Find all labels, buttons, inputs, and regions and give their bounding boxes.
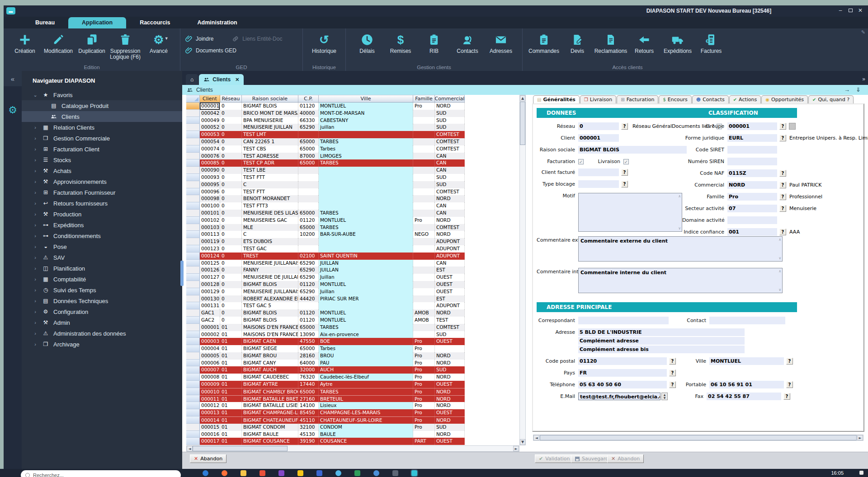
detail-tab-qui-quand-[interactable]: ✔Qui, quand ? — [808, 95, 854, 103]
table-row[interactable]: 0000980BENOIT MORANDETNORD — [186, 195, 465, 202]
table-row[interactable]: 0000010BIGMAT BLOIS01120MONTLUELProNORD — [186, 103, 465, 110]
row-header[interactable] — [186, 431, 200, 438]
cell-raison-sociale[interactable]: BIGMAT SIEGE — [242, 345, 298, 352]
chevron-right-icon[interactable]: › — [33, 168, 38, 173]
table-row[interactable]: 0001290MENUISERIE JUILLANAIS65290Juillan… — [186, 288, 465, 295]
lookup-button[interactable]: ? — [621, 181, 628, 187]
cell-raison-sociale[interactable]: MENUISERIE DE JUILLAN — [242, 274, 298, 281]
cell-commercial[interactable]: COMTEST — [435, 224, 465, 231]
row-header[interactable] — [186, 402, 200, 409]
cell-raison-sociale[interactable]: BENOIT MORANDET — [242, 195, 298, 202]
cell-raison-sociale[interactable]: TEST GAC — [242, 245, 298, 253]
cell-c-p-[interactable]: 44420 — [298, 295, 319, 303]
cell-famille[interactable] — [413, 202, 435, 210]
cell-c-p-[interactable]: 66330 — [298, 117, 319, 124]
cell-famille[interactable]: Pro — [413, 402, 435, 409]
cell-commercial[interactable]: SUD — [435, 117, 465, 124]
cell-raison-sociale[interactable]: BIGMAT CAUDEBEC — [242, 374, 298, 381]
cell-raison-sociale[interactable]: MAISONS D'EN FRANCE — [242, 324, 298, 331]
cell-ville[interactable]: TARBES — [319, 138, 413, 145]
cell-ville[interactable] — [319, 238, 413, 245]
table-row[interactable]: 00000401BIGMAT SIEGE65000TarbesPro — [186, 345, 465, 352]
firefox-icon[interactable] — [222, 470, 227, 476]
table-row[interactable]: 0000490BPA MENUISERIE66330CABESTANYSUD — [186, 117, 465, 124]
cell-famille[interactable] — [413, 195, 435, 202]
cell-raison-sociale[interactable]: BIGMAT CANY — [242, 360, 298, 367]
row-header[interactable] — [186, 381, 200, 388]
cell-raison-sociale[interactable]: MENUISERIE JUILLANAIS — [242, 288, 298, 295]
cell-ville[interactable]: Aytre — [319, 381, 413, 388]
cell-raison-sociale[interactable]: BIGMAT CAEN — [242, 338, 298, 345]
cell-c-p-[interactable]: 10200 — [298, 231, 319, 238]
row-header[interactable] — [186, 231, 200, 238]
row-header[interactable] — [186, 438, 200, 445]
row-header[interactable] — [186, 309, 200, 317]
cell-client[interactable]: 000126 — [200, 267, 220, 274]
cell-famille[interactable] — [413, 238, 435, 245]
cell-raison-sociale[interactable]: BIGMAT BLOIS — [242, 103, 298, 110]
cell-commercial[interactable]: SUD — [435, 181, 465, 188]
cell-ville[interactable]: CABESTANY — [319, 117, 413, 124]
sidebar-item-approvisionnements[interactable]: ›⚒Approvisionnements — [22, 176, 182, 187]
row-header[interactable] — [186, 274, 200, 281]
cell-raison-sociale[interactable]: MENUISERIE JUILLAN — [242, 124, 298, 131]
cell-ville[interactable]: CHATEAUNEUF-SUR-LOIRE — [319, 416, 413, 424]
cell-c-p-[interactable]: 65000 — [298, 145, 319, 153]
table-row[interactable]: GAC10BIGMAT BLOIS01120MONTLUELAMOBNORD — [186, 309, 465, 317]
chevron-right-icon[interactable]: › — [33, 146, 38, 152]
table-row[interactable]: 0001240TREST02100SAINT QUENTINADUPONT — [186, 253, 465, 260]
abandon-button[interactable]: ✕ Abandon — [190, 454, 226, 463]
chevron-down-icon[interactable]: ▼ — [165, 37, 169, 41]
cell-r-seau[interactable]: 0 — [220, 181, 242, 188]
cell-ville[interactable]: MONT-DE-MARSAN — [319, 110, 413, 117]
cell-c-p-[interactable]: 76320 — [298, 374, 319, 381]
cell-r-seau[interactable]: 01 — [220, 395, 242, 402]
lookup-button[interactable]: ? — [779, 229, 786, 235]
lookup-button[interactable]: ? — [621, 169, 628, 176]
row-header[interactable] — [186, 117, 200, 124]
cell-r-seau[interactable]: 01 — [220, 331, 242, 338]
cell-famille[interactable] — [413, 145, 435, 153]
scroll-up-icon[interactable]: ▲ — [520, 95, 525, 101]
scroll-down-icon[interactable]: ∨ — [778, 288, 781, 292]
cell-famille[interactable]: AMOB — [413, 309, 435, 317]
cell-commercial[interactable]: ADUPONT — [435, 245, 465, 253]
cell-ville[interactable]: MONTLUEL — [319, 103, 413, 110]
cell-c-p-[interactable]: 65000 — [298, 224, 319, 231]
cell-client[interactable]: 000074 — [200, 145, 220, 153]
cell-r-seau[interactable]: 0 — [220, 188, 242, 196]
app-red-icon[interactable] — [259, 470, 265, 476]
column-header-commercial[interactable]: Commercial — [435, 95, 465, 103]
cell-raison-sociale[interactable]: C — [242, 181, 298, 188]
cell-client[interactable]: 000095 — [200, 181, 220, 188]
cell-ville[interactable]: JUILLAN — [319, 267, 413, 274]
cell-client[interactable]: 000007 — [200, 366, 220, 374]
table-row[interactable]: 0001130C10200BAR-SUR-AUBENEGONORD — [186, 231, 465, 238]
cell-commercial[interactable]: COMTEST — [435, 324, 465, 331]
cell-famille[interactable]: PART — [413, 438, 435, 445]
telephone-input[interactable]: 05 63 40 50 60 — [578, 381, 667, 388]
sidebar-item-conditionnements[interactable]: ›⊶Conditionnements — [22, 230, 182, 241]
row-header[interactable] — [186, 352, 200, 360]
scroll-down-icon[interactable]: ▼ — [520, 439, 525, 445]
chevron-right-icon[interactable]: › — [33, 222, 38, 228]
cell-r-seau[interactable]: 0 — [220, 295, 242, 303]
cell-client[interactable]: 000085 — [200, 159, 220, 167]
ribbon-button-devis[interactable]: Devis — [561, 31, 594, 54]
cell-famille[interactable] — [413, 174, 435, 181]
minimize-button[interactable]: – — [836, 7, 844, 14]
correspondant-input[interactable] — [578, 317, 669, 324]
cell-commercial[interactable]: NORD — [435, 309, 465, 317]
detail-tab-encours[interactable]: $Encours — [659, 95, 691, 103]
cell-r-seau[interactable]: 0 — [220, 174, 242, 181]
row-header[interactable] — [186, 188, 200, 196]
cell-raison-sociale[interactable]: TEST FTT — [242, 188, 298, 196]
cell-raison-sociale[interactable]: BIGMAT BLOIS — [242, 317, 298, 324]
cell-c-p-[interactable]: 45130 — [298, 431, 319, 438]
cell-raison-sociale[interactable]: MAISONS D'EN FRANCE — [242, 331, 298, 338]
cell-commercial[interactable]: CAN — [435, 159, 465, 167]
lookup-button[interactable]: ? — [669, 369, 676, 376]
cell-ville[interactable]: TARBES — [319, 388, 413, 395]
cell-r-seau[interactable]: 01 — [220, 345, 242, 352]
row-header[interactable] — [186, 295, 200, 303]
